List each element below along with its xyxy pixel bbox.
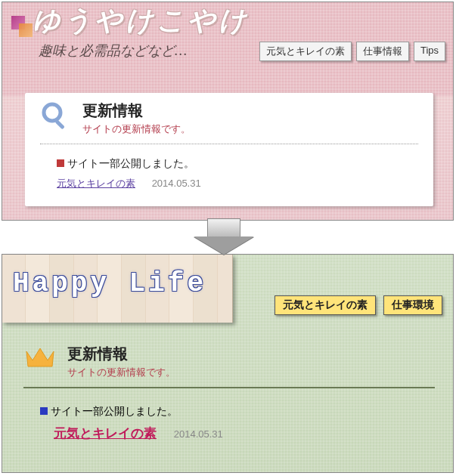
card-subtitle: サイトの更新情報です。 [82,122,191,136]
down-arrow-icon [194,218,254,256]
entry-meta: 元気とキレイの素 2014.05.31 [57,177,418,190]
nav-item-genki[interactable]: 元気とキレイの素 [275,295,376,315]
updates-card: 更新情報 サイトの更新情報です。 サイト一部公開しました。 元気とキレイの素 2… [25,93,433,206]
top-theme-panel: ゆうやけこやけ 趣味と必需品などなど… 元気とキレイの素 仕事情報 Tips 更… [2,2,454,221]
update-entry: サイト一部公開しました。 [40,405,435,419]
card-header: 更新情報 サイトの更新情報です。 [23,344,435,388]
bottom-nav: 元気とキレイの素 仕事環境 [275,295,442,315]
search-icon [40,100,70,134]
entry-meta: 元気とキレイの素 2014.05.31 [54,425,435,442]
svg-point-0 [44,104,60,121]
svg-rect-1 [54,119,64,129]
top-nav: 元気とキレイの素 仕事情報 Tips [259,42,445,61]
top-header: ゆうやけこやけ 趣味と必需品などなど… 元気とキレイの素 仕事情報 Tips [2,2,453,78]
entry-title: サイト一部公開しました。 [67,157,194,169]
card-title: 更新情報 [82,100,191,121]
nav-item-genki[interactable]: 元気とキレイの素 [259,42,352,61]
card-subtitle: サイトの更新情報です。 [67,366,175,379]
updates-card: 更新情報 サイトの更新情報です。 サイト一部公開しました。 元気とキレイの素 2… [23,344,435,442]
bottom-theme-panel: Happy Life 元気とキレイの素 仕事環境 更新情報 サイトの更新情報です… [2,254,454,473]
update-entry: サイト一部公開しました。 [57,156,418,171]
site-title: Happy Life [13,268,206,299]
page: ゆうやけこやけ 趣味と必需品などなど… 元気とキレイの素 仕事情報 Tips 更… [0,0,456,476]
entry-title: サイト一部公開しました。 [51,405,178,417]
card-header-text: 更新情報 サイトの更新情報です。 [82,100,191,136]
card-title: 更新情報 [67,344,175,364]
crown-icon [23,344,57,374]
entry-date: 2014.05.31 [152,178,201,189]
entry-link[interactable]: 元気とキレイの素 [54,426,157,440]
bullet-icon [57,159,64,167]
entry-date: 2014.05.31 [174,428,223,440]
entry-link[interactable]: 元気とキレイの素 [57,178,135,189]
card-header-text: 更新情報 サイトの更新情報です。 [67,344,175,379]
nav-item-tips[interactable]: Tips [414,42,445,61]
site-tagline: 趣味と必需品などなど… [39,42,187,60]
card-header: 更新情報 サイトの更新情報です。 [40,100,418,144]
site-title: ゆうやけこやけ [33,2,250,39]
logo-icon [11,16,33,37]
nav-item-shigoto[interactable]: 仕事環境 [383,295,442,315]
bullet-icon [40,407,48,415]
nav-item-shigoto[interactable]: 仕事情報 [356,42,409,61]
